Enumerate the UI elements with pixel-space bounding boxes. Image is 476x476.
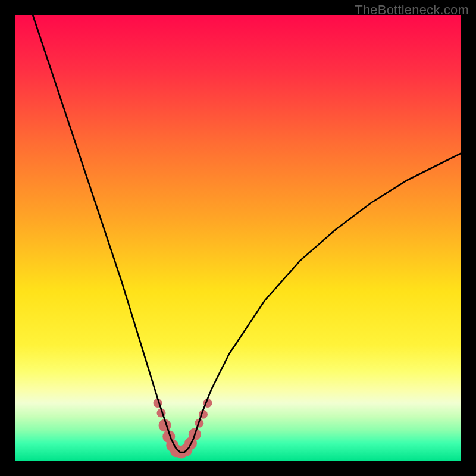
gradient-background (15, 15, 461, 461)
bottleneck-chart (15, 15, 461, 461)
chart-frame: TheBottleneck.com (0, 0, 476, 476)
plot-area (15, 15, 461, 461)
watermark-text: TheBottleneck.com (355, 2, 469, 18)
